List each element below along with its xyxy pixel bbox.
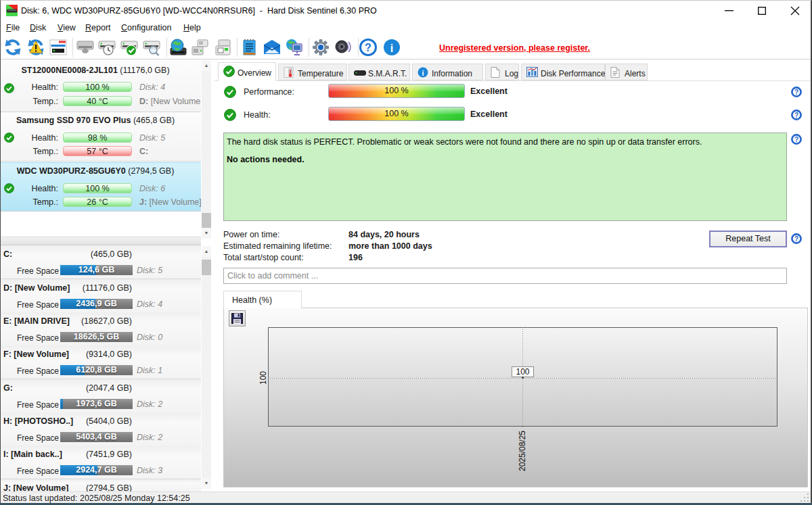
svg-text:?: ? [794,136,798,143]
svg-text:i: i [390,43,393,54]
svg-text:?: ? [794,235,798,243]
svg-text:?: ? [794,89,798,96]
svg-text:?: ? [365,42,371,53]
svg-text:i: i [422,69,424,77]
svg-text:?: ? [794,112,798,119]
